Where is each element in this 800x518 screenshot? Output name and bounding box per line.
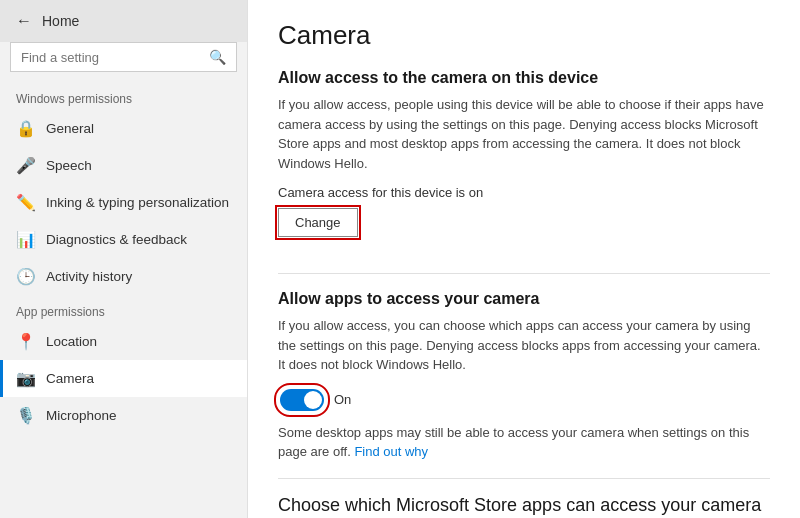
windows-permissions-label: Windows permissions (0, 82, 247, 110)
section1-title: Allow access to the camera on this devic… (278, 69, 770, 87)
section3-title: Choose which Microsoft Store apps can ac… (278, 495, 770, 516)
sidebar-item-general[interactable]: 🔒 General (0, 110, 247, 147)
sidebar-back-button[interactable]: ← Home (0, 0, 247, 42)
sidebar-item-camera-label: Camera (46, 371, 94, 386)
app-permissions-label: App permissions (0, 295, 247, 323)
search-icon: 🔍 (209, 49, 226, 65)
section2-title: Allow apps to access your camera (278, 290, 770, 308)
sidebar-item-inking-label: Inking & typing personalization (46, 195, 229, 210)
sidebar-item-diagnostics-label: Diagnostics & feedback (46, 232, 187, 247)
divider2 (278, 478, 770, 479)
back-arrow-icon: ← (16, 12, 32, 30)
change-button[interactable]: Change (278, 208, 358, 237)
camera-toggle[interactable] (280, 389, 324, 411)
general-icon: 🔒 (16, 119, 34, 138)
sidebar-item-location[interactable]: 📍 Location (0, 323, 247, 360)
section1-status: Camera access for this device is on (278, 185, 770, 200)
inking-icon: ✏️ (16, 193, 34, 212)
search-box: 🔍 (10, 42, 237, 72)
section-allow-device-access: Allow access to the camera on this devic… (278, 69, 770, 257)
microphone-icon: 🎙️ (16, 406, 34, 425)
sidebar-item-microphone[interactable]: 🎙️ Microphone (0, 397, 247, 434)
diagnostics-icon: 📊 (16, 230, 34, 249)
section-store-apps: Choose which Microsoft Store apps can ac… (278, 495, 770, 519)
find-out-link[interactable]: Find out why (354, 444, 428, 459)
section-allow-apps-access: Allow apps to access your camera If you … (278, 290, 770, 462)
section1-description: If you allow access, people using this d… (278, 95, 770, 173)
sidebar-item-inking[interactable]: ✏️ Inking & typing personalization (0, 184, 247, 221)
sidebar-back-label: Home (42, 13, 79, 29)
sidebar: ← Home 🔍 Windows permissions 🔒 General 🎤… (0, 0, 248, 518)
speech-icon: 🎤 (16, 156, 34, 175)
sidebar-item-microphone-label: Microphone (46, 408, 117, 423)
sidebar-item-activity-label: Activity history (46, 269, 132, 284)
divider1 (278, 273, 770, 274)
toggle-row: On (278, 387, 770, 413)
search-input[interactable] (21, 50, 209, 65)
sidebar-item-diagnostics[interactable]: 📊 Diagnostics & feedback (0, 221, 247, 258)
toggle-wrapper (278, 387, 326, 413)
location-icon: 📍 (16, 332, 34, 351)
sidebar-item-location-label: Location (46, 334, 97, 349)
toggle-knob (304, 391, 322, 409)
sidebar-item-speech[interactable]: 🎤 Speech (0, 147, 247, 184)
section2-description: If you allow access, you can choose whic… (278, 316, 770, 375)
camera-icon: 📷 (16, 369, 34, 388)
toggle-label: On (334, 392, 351, 407)
sidebar-item-speech-label: Speech (46, 158, 92, 173)
sidebar-item-activity[interactable]: 🕒 Activity history (0, 258, 247, 295)
main-content: Camera Allow access to the camera on thi… (248, 0, 800, 518)
page-title: Camera (278, 20, 770, 51)
toggle-note: Some desktop apps may still be able to a… (278, 423, 770, 462)
sidebar-item-general-label: General (46, 121, 94, 136)
sidebar-item-camera[interactable]: 📷 Camera (0, 360, 247, 397)
note-text-content: Some desktop apps may still be able to a… (278, 425, 749, 460)
activity-icon: 🕒 (16, 267, 34, 286)
